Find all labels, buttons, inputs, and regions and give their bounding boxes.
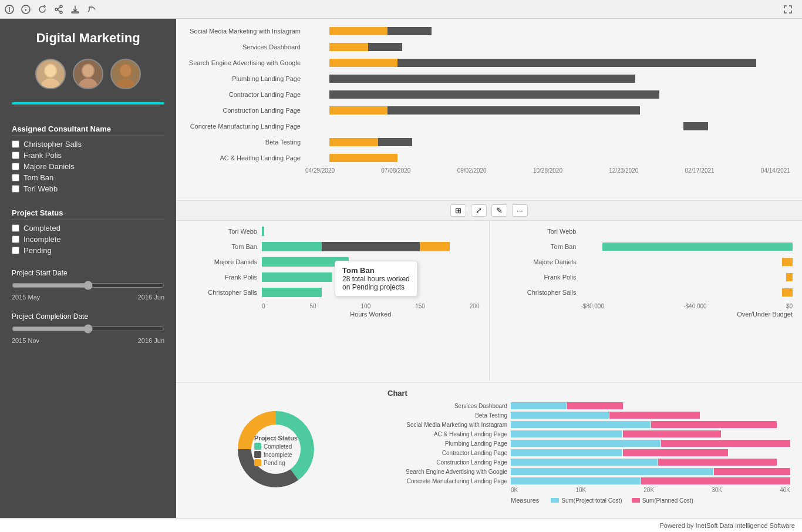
measure-cyan-label: Sum(Project total Cost) — [561, 497, 622, 504]
bottom-bar-container — [511, 477, 790, 484]
status-filter-section: Project Status Completed Incomplete Pend… — [12, 208, 164, 257]
gantt-axis: 04/29/202007/08/202009/02/202010/28/2020… — [305, 167, 790, 174]
bottom-bar-pink — [651, 421, 777, 428]
gantt-row: Plumbing Landing Page — [188, 72, 790, 85]
gantt-orange-bar — [329, 154, 397, 162]
table-view-button[interactable]: ⊞ — [450, 204, 466, 217]
bottom-bar-container — [511, 412, 790, 419]
status-section-title: Project Status — [12, 208, 164, 220]
completion-date-slider[interactable] — [12, 324, 164, 334]
gantt-row: Construction Landing Page — [188, 104, 790, 117]
consultant-checkbox-frank[interactable]: Frank Polis — [12, 151, 164, 160]
gantt-bar-area — [305, 122, 790, 130]
info-icon[interactable] — [21, 5, 31, 14]
gantt-row: Search Engine Advertising with Google — [188, 56, 790, 69]
budget-bar-label: Tom Ban — [499, 243, 581, 250]
gantt-row-label: Search Engine Advertising with Google — [188, 59, 305, 66]
more-button[interactable]: ··· — [512, 204, 528, 217]
expand-button[interactable]: ⤢ — [471, 204, 487, 217]
donut-legend-item: Completed — [254, 443, 298, 450]
start-date-slider[interactable] — [12, 281, 164, 290]
checkbox-pending[interactable] — [12, 247, 19, 254]
refresh-icon[interactable] — [38, 5, 47, 14]
legend-label: Pending — [264, 460, 285, 466]
checkbox-completed[interactable] — [12, 224, 19, 232]
donut-legend-title: Project Status — [254, 435, 298, 442]
svg-point-5 — [60, 5, 62, 8]
budget-bar — [782, 258, 793, 266]
download-icon[interactable] — [70, 5, 80, 14]
consultant-checkbox-christopher[interactable]: Christopher Salls — [12, 140, 164, 149]
hours-bar-green — [262, 227, 264, 236]
avatar-3 — [110, 59, 141, 89]
gantt-bar-area — [305, 75, 790, 83]
bottom-panel: Project Status CompletedIncompletePendin… — [176, 383, 802, 518]
svg-line-8 — [58, 7, 60, 9]
hours-bar-row: Tom Ban — [186, 242, 480, 251]
svg-point-19 — [120, 65, 131, 76]
hours-bar-container — [262, 242, 480, 251]
share-icon[interactable] — [54, 5, 63, 14]
avatar-2 — [73, 59, 103, 89]
checkbox-incomplete[interactable] — [12, 235, 19, 243]
gantt-row: Services Dashboard — [188, 41, 790, 53]
gantt-orange-bar — [329, 106, 387, 115]
hours-axis-label: 150 — [415, 303, 425, 309]
start-date-slider-section: Project Start Date 2015 May 2016 Jun — [12, 269, 164, 301]
status-checkbox-pending[interactable]: Pending — [12, 246, 164, 255]
budget-axis-label: -$80,000 — [581, 303, 604, 309]
measure-pink-label: Sum(Planned Cost) — [642, 497, 693, 504]
bottom-bar-container — [511, 421, 790, 428]
completion-date-slider-section: Project Completion Date 2015 Nov 2016 Ju… — [12, 312, 164, 344]
sidebar: Digital Marketing Assigned Consultant Na… — [0, 19, 176, 518]
hours-bar-row: Tori Webb — [186, 227, 480, 236]
consultant-checkbox-toriwebb[interactable]: Tori Webb — [12, 184, 164, 193]
consultant-checkbox-majore[interactable]: Majore Daniels — [12, 162, 164, 171]
legend-label: Incomplete — [264, 452, 292, 458]
bottom-bar-cyan — [511, 430, 622, 437]
gantt-bar-area — [305, 43, 790, 51]
consultant-section-title: Assigned Consultant Name — [12, 124, 164, 136]
checkbox-majore[interactable] — [12, 163, 19, 170]
budget-bar-area — [581, 257, 793, 267]
hours-bar-label: Tom Ban — [186, 243, 262, 250]
zoom-icon[interactable] — [87, 5, 96, 14]
fullscreen-icon[interactable] — [783, 5, 793, 14]
gantt-dark-bar — [387, 27, 431, 35]
hours-bar-row: Christopher Salls — [186, 288, 480, 297]
donut-wrapper: Project Status CompletedIncompletePendin… — [223, 396, 329, 504]
bottom-bar-label: Construction Landing Page — [387, 459, 511, 466]
measure-cyan-item: Sum(Project total Cost) — [551, 497, 622, 504]
checkbox-toriwebb[interactable] — [12, 185, 19, 193]
edit-button[interactable]: ✎ — [491, 204, 507, 217]
status-checkbox-completed[interactable]: Completed — [12, 224, 164, 233]
svg-point-15 — [78, 78, 97, 89]
hours-axis-label: 200 — [470, 303, 480, 309]
hours-x-axis: 050100150200 — [262, 303, 480, 309]
budget-chart: Tori WebbTom BanMajore DanielsFrank Poli… — [490, 221, 803, 380]
gantt-axis-label: 04/29/2020 — [305, 167, 335, 174]
bottom-bar-label: Plumbing Landing Page — [387, 440, 511, 447]
checkbox-christopher[interactable] — [12, 140, 19, 148]
back-icon[interactable] — [5, 5, 14, 14]
status-checkbox-incomplete[interactable]: Incomplete — [12, 235, 164, 244]
bottom-bar-cyan — [511, 459, 658, 466]
footer: Powered by InetSoft Data Intelligence So… — [0, 518, 802, 532]
hours-bar-green — [262, 288, 322, 297]
budget-bar-row: Tori Webb — [499, 227, 793, 236]
consultant-checkbox-tomban[interactable]: Tom Ban — [12, 173, 164, 182]
top-bar — [0, 0, 802, 19]
hours-bar-container — [262, 288, 480, 297]
avatar-1 — [35, 59, 66, 89]
gantt-axis-label: 04/14/2021 — [761, 167, 790, 174]
checkbox-frank[interactable] — [12, 151, 19, 159]
gantt-row: Beta Testing — [188, 136, 790, 149]
gantt-row-label: AC & Heating Landing Page — [188, 154, 305, 161]
checkbox-tomban[interactable] — [12, 174, 19, 181]
bottom-bar-cyan — [511, 440, 661, 447]
bottom-bar-pink — [641, 477, 790, 484]
gantt-row: Concrete Manufacturing Landing Page — [188, 120, 790, 133]
legend-color — [254, 443, 261, 450]
gantt-axis-label: 12/23/2020 — [609, 167, 638, 174]
hours-bar-label: Frank Polis — [186, 274, 262, 281]
